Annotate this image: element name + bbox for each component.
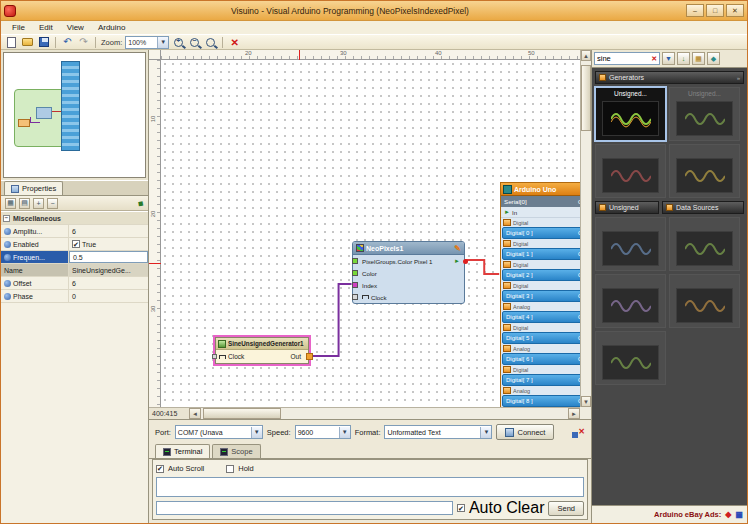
tab-scope[interactable]: Scope xyxy=(212,444,260,458)
tab-properties[interactable]: Properties xyxy=(4,181,63,195)
design-canvas[interactable]: SineUnsignedGenerator1 Clock Out xyxy=(161,60,580,407)
color-input-pin[interactable] xyxy=(352,270,358,276)
zoom-fit-icon[interactable] xyxy=(204,36,217,49)
neopixels-color-row[interactable]: Color xyxy=(353,267,464,279)
neopixels-index-row[interactable]: Index xyxy=(353,279,464,291)
save-project-icon[interactable] xyxy=(37,36,50,49)
component-search-input[interactable] xyxy=(597,54,643,63)
configure-connection-icon[interactable] xyxy=(572,426,585,439)
menu-edit[interactable]: Edit xyxy=(32,21,60,34)
port-select[interactable]: COM7 (Unava▼ xyxy=(175,425,263,439)
connection-point[interactable] xyxy=(463,259,468,264)
close-button[interactable]: ✕ xyxy=(726,4,744,17)
property-row-name[interactable]: Name SineUnsignedGe... xyxy=(1,264,148,277)
view-mode-icon[interactable]: ▦ xyxy=(692,52,705,65)
component-tile-sine-unsigned[interactable]: Unsigned... xyxy=(595,87,666,141)
category-data-sources[interactable]: Data Sources xyxy=(662,201,744,214)
auto-clear-checkbox[interactable]: ✔ xyxy=(457,504,465,512)
category-unsigned[interactable]: Unsigned xyxy=(595,201,659,214)
ad-settings-icon[interactable]: ▦ xyxy=(735,510,743,519)
speed-select[interactable]: 9600▼ xyxy=(295,425,351,439)
arduino-digital-pin[interactable]: Digital[ 1 ]Ou xyxy=(502,248,580,260)
vertical-scroll-thumb[interactable] xyxy=(581,65,591,131)
property-row-offset[interactable]: Offset 6 xyxy=(1,277,148,290)
arduino-digital-pin[interactable]: Digital[ 5 ]Ou xyxy=(502,332,580,344)
undo-icon[interactable]: ↶ xyxy=(61,36,74,49)
categorized-view-icon[interactable]: ▦ xyxy=(5,198,16,209)
component-tile-disabled[interactable] xyxy=(595,217,666,271)
zoom-select[interactable]: 100%▼ xyxy=(125,36,169,49)
component-tile-disabled[interactable] xyxy=(595,144,666,198)
pin-panel-icon[interactable]: ◆ xyxy=(136,198,146,209)
delete-icon[interactable]: ✕ xyxy=(228,36,241,49)
sine-output-pin[interactable] xyxy=(306,353,313,360)
scroll-up-icon[interactable]: ▲ xyxy=(581,50,591,61)
alphabetical-view-icon[interactable]: ▤ xyxy=(19,198,30,209)
arduino-digital-pin[interactable]: Digital[ 2 ]Ou xyxy=(502,269,580,281)
component-tile-disabled[interactable]: Unsigned... xyxy=(669,87,740,141)
block-sine-unsigned-generator[interactable]: SineUnsignedGenerator1 Clock Out xyxy=(215,337,309,364)
clock-input-pin[interactable] xyxy=(212,354,217,359)
arduino-digital-pin[interactable]: Digital[ 7 ]Ou xyxy=(502,374,580,386)
pin-palette-icon[interactable]: ◆ xyxy=(707,52,720,65)
component-tile-disabled[interactable] xyxy=(669,144,740,198)
component-tile-disabled[interactable] xyxy=(595,274,666,328)
expand-categories-icon[interactable]: ↓ xyxy=(677,52,690,65)
component-tile-disabled[interactable] xyxy=(595,331,666,385)
menu-arduino[interactable]: Arduino xyxy=(91,21,133,34)
property-row-phase[interactable]: Phase 0 xyxy=(1,290,148,303)
format-select[interactable]: Unformatted Text▼ xyxy=(384,425,492,439)
collapse-all-icon[interactable]: − xyxy=(47,198,58,209)
scroll-right-icon[interactable]: ► xyxy=(568,408,580,419)
arduino-digital-pin[interactable]: Digital[ 0 ]Ou xyxy=(502,227,580,239)
property-row-frequency[interactable]: Frequen... 0.5 xyxy=(1,251,148,264)
menu-file[interactable]: File xyxy=(5,21,32,34)
component-search-box[interactable]: ✕ xyxy=(594,52,660,65)
menu-view[interactable]: View xyxy=(60,21,91,34)
component-tile-disabled[interactable] xyxy=(669,217,740,271)
collapse-category-icon[interactable]: − xyxy=(3,215,10,222)
category-generators[interactable]: Generators » xyxy=(595,71,744,84)
open-project-icon[interactable] xyxy=(21,36,34,49)
clock-input-pin[interactable] xyxy=(352,294,358,300)
filter-icon[interactable]: ▼ xyxy=(662,52,675,65)
frequency-value-editor[interactable]: 0.5 xyxy=(69,251,148,263)
clear-search-icon[interactable]: ✕ xyxy=(651,55,657,63)
zoom-out-icon[interactable]: − xyxy=(188,36,201,49)
new-project-icon[interactable] xyxy=(5,36,18,49)
tab-terminal[interactable]: Terminal xyxy=(155,444,210,458)
index-input-pin[interactable] xyxy=(352,282,358,288)
arduino-digital-pin[interactable]: Digital[ 4 ]Ou xyxy=(502,311,580,323)
horizontal-scrollbar[interactable] xyxy=(201,408,568,419)
property-row-amplitude[interactable]: Amplitu... 6 xyxy=(1,225,148,238)
enabled-checkbox[interactable]: ✔ xyxy=(72,240,80,248)
neopixels-pixelgroups-row[interactable]: PixelGroups.Color Pixel 1 ► xyxy=(353,255,464,267)
arduino-digital-pin[interactable]: Digital[ 3 ]Ou xyxy=(502,290,580,302)
redo-icon[interactable]: ↷ xyxy=(77,36,90,49)
ebay-ad-icon[interactable]: ◆ xyxy=(725,510,731,519)
edit-pencil-icon[interactable]: ✎ xyxy=(454,244,461,253)
arduino-digital-pin[interactable]: Digital[ 8 ]Ou xyxy=(502,395,580,407)
terminal-output-area[interactable] xyxy=(156,477,584,497)
send-input[interactable] xyxy=(156,501,453,515)
auto-scroll-checkbox[interactable]: ✔ xyxy=(156,465,164,473)
send-button[interactable]: Send xyxy=(548,501,584,516)
block-neopixels[interactable]: NeoPixels1 ✎ PixelGroups.Color Pixel 1 ►… xyxy=(352,241,465,304)
maximize-button[interactable]: □ xyxy=(706,4,724,17)
expand-all-icon[interactable]: + xyxy=(33,198,44,209)
hold-checkbox[interactable] xyxy=(226,465,234,473)
property-row-enabled[interactable]: Enabled ✔ True xyxy=(1,238,148,251)
component-tile-disabled[interactable] xyxy=(669,274,740,328)
block-arduino-uno[interactable]: Arduino Uno Serial[0] Out ► In Digital xyxy=(500,182,580,407)
arduino-in-row[interactable]: ► In xyxy=(501,207,580,218)
property-category-row[interactable]: − Miscellaneous xyxy=(1,212,148,225)
vertical-scrollbar[interactable]: ▲ ▼ xyxy=(580,50,591,407)
scroll-left-icon[interactable]: ◄ xyxy=(189,408,201,419)
minimize-button[interactable]: – xyxy=(686,4,704,17)
neopixels-clock-row[interactable]: Clock xyxy=(353,291,464,303)
design-minimap[interactable] xyxy=(3,52,146,178)
scroll-down-icon[interactable]: ▼ xyxy=(581,396,591,407)
zoom-in-icon[interactable]: + xyxy=(172,36,185,49)
arduino-digital-pin[interactable]: Digital[ 6 ]Ou xyxy=(502,353,580,365)
arduino-serial-row[interactable]: Serial[0] Out xyxy=(501,196,580,207)
